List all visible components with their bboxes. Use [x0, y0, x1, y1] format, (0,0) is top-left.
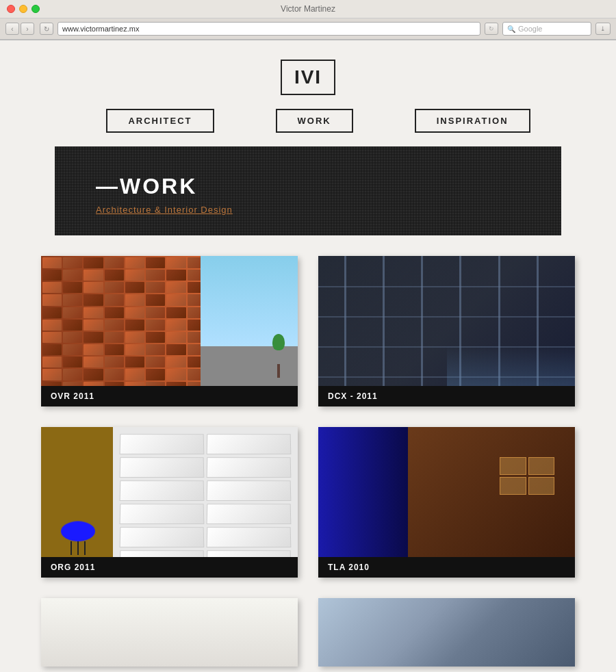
ovr-wall	[41, 256, 208, 406]
project-dcx-image: DCX - 2011	[318, 256, 575, 406]
project-org-image: ORG 2011	[41, 427, 298, 578]
page-title: Victor Martinez	[281, 4, 335, 14]
dcx-visual	[318, 256, 575, 406]
project-partial-1[interactable]	[41, 598, 298, 667]
chair-legs	[61, 541, 95, 555]
close-button[interactable]	[7, 5, 15, 13]
project-dcx[interactable]: DCX - 2011	[318, 256, 575, 406]
minimize-button[interactable]	[19, 5, 27, 13]
refresh-button[interactable]: ↻	[485, 23, 498, 35]
chair-seat	[60, 521, 95, 542]
nav-label-architect: ARCHITECT	[128, 116, 192, 126]
ovr-tree	[272, 337, 285, 364]
hero-banner: —WORK Architecture & Interior Design	[55, 146, 561, 235]
site-navigation: ARCHITECT WORK INSPIRATION	[0, 109, 616, 133]
org-visual	[41, 427, 298, 578]
page-content: IVI ARCHITECT WORK INSPIRATION —WORK Arc…	[0, 40, 616, 672]
tla-artwork	[500, 457, 554, 495]
ovr-visual	[41, 256, 298, 406]
search-placeholder: Google	[518, 25, 542, 33]
window-controls	[7, 5, 40, 13]
partial-image-2	[318, 598, 575, 667]
project-dcx-label: DCX - 2011	[318, 386, 575, 406]
search-icon: 🔍	[507, 25, 515, 33]
site-header: IVI	[0, 40, 616, 109]
maximize-button[interactable]	[31, 5, 40, 13]
nav-item-work[interactable]: WORK	[276, 109, 353, 133]
tla-visual	[318, 427, 575, 578]
search-bar[interactable]: 🔍 Google	[502, 22, 591, 36]
tla-warm	[408, 427, 575, 578]
nav-arrows: ‹ ›	[5, 23, 34, 35]
nav-label-inspiration: INSPIRATION	[437, 116, 509, 126]
hero-subtitle: Architecture & Interior Design	[96, 205, 520, 215]
nav-item-architect[interactable]: ARCHITECT	[106, 109, 214, 133]
browser-chrome: Victor Martinez ‹ › ↻ www.victormartinez…	[0, 0, 616, 40]
org-chair	[54, 507, 102, 555]
project-tla[interactable]: TLA 2010	[318, 427, 575, 578]
address-bar[interactable]: www.victormartinez.mx	[57, 22, 480, 36]
nav-item-inspiration[interactable]: INSPIRATION	[415, 109, 530, 133]
project-org-label: ORG 2011	[41, 557, 298, 578]
tree-trunk	[277, 364, 280, 378]
tla-light	[318, 427, 408, 578]
browser-nav-bar: ‹ › ↻ www.victormartinez.mx ↻ 🔍 Google ⤓	[0, 18, 616, 40]
nav-label-work: WORK	[298, 116, 331, 126]
downloads-button[interactable]: ⤓	[595, 23, 611, 35]
back-button[interactable]: ‹	[5, 23, 19, 35]
project-tla-label: TLA 2010	[318, 557, 575, 578]
title-bar: Victor Martinez	[0, 0, 616, 18]
work-grid-bottom	[0, 598, 616, 672]
partial-image-1	[41, 598, 298, 667]
site-logo[interactable]: IVI	[281, 60, 335, 95]
url-text: www.victormartinez.mx	[62, 25, 139, 33]
reload-button[interactable]: ↻	[40, 23, 53, 35]
ovr-sky	[201, 256, 298, 346]
project-partial-2[interactable]	[318, 598, 575, 667]
project-org[interactable]: ORG 2011	[41, 427, 298, 578]
work-grid: OVR 2011	[0, 235, 616, 598]
hero-title: —WORK	[96, 174, 520, 199]
project-ovr-label: OVR 2011	[41, 386, 298, 406]
forward-button[interactable]: ›	[21, 23, 34, 35]
tree-top	[272, 334, 285, 350]
project-tla-image: TLA 2010	[318, 427, 575, 578]
project-ovr-image: OVR 2011	[41, 256, 298, 406]
org-panels	[113, 427, 298, 578]
project-ovr[interactable]: OVR 2011	[41, 256, 298, 406]
